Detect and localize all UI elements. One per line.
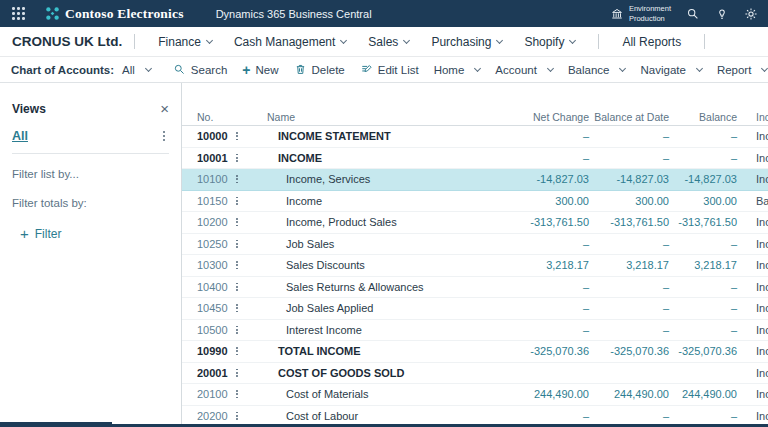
net-change-value[interactable]: -14,827.03 — [457, 173, 589, 185]
row-ellipsis-icon[interactable] — [233, 324, 241, 336]
column-header-net-change[interactable]: Net Change — [457, 111, 589, 123]
net-change-value[interactable]: 3,218.17 — [457, 259, 589, 271]
delete-button[interactable]: Delete — [294, 63, 345, 76]
edit-list-button[interactable]: Edit List — [360, 63, 419, 76]
table-row[interactable]: 10100 Income, Services -14,827.03 -14,82… — [182, 169, 768, 191]
search-icon[interactable] — [686, 7, 700, 21]
search-button[interactable]: Search — [173, 63, 227, 76]
balance-value[interactable]: – — [669, 281, 737, 293]
balance-at-date-value[interactable]: – — [589, 130, 669, 142]
balance-at-date-value[interactable]: – — [589, 152, 669, 164]
balance-at-date-value[interactable]: – — [589, 410, 669, 422]
menu-navigate[interactable]: Navigate — [640, 64, 701, 76]
row-ellipsis-icon[interactable] — [233, 130, 241, 142]
table-row[interactable]: 10990 TOTAL INCOME -325,070.36 -325,070.… — [182, 341, 768, 363]
account-no-link[interactable]: 20100 — [197, 388, 228, 400]
account-no-link[interactable]: 10000 — [197, 130, 228, 142]
nav-item-purchasing[interactable]: Purchasing — [431, 35, 502, 49]
balance-value[interactable]: -313,761.50 — [669, 216, 737, 228]
account-no-link[interactable]: 20200 — [197, 410, 228, 422]
net-change-value[interactable]: – — [457, 302, 589, 314]
row-ellipsis-icon[interactable] — [233, 388, 241, 400]
balance-at-date-value[interactable]: – — [589, 281, 669, 293]
row-ellipsis-icon[interactable] — [233, 238, 241, 250]
balance-at-date-value[interactable]: – — [589, 238, 669, 250]
balance-at-date-value[interactable]: -325,070.36 — [589, 345, 669, 357]
row-ellipsis-icon[interactable] — [233, 152, 241, 164]
account-no-link[interactable]: 20001 — [197, 367, 228, 379]
table-row[interactable]: 10300 Sales Discounts 3,218.17 3,218.17 … — [182, 255, 768, 277]
net-change-value[interactable]: – — [457, 324, 589, 336]
balance-value[interactable]: – — [669, 410, 737, 422]
account-no-link[interactable]: 10990 — [197, 345, 228, 357]
view-all-link[interactable]: All — [12, 129, 28, 143]
balance-at-date-value[interactable]: -14,827.03 — [589, 173, 669, 185]
menu-home[interactable]: Home — [434, 64, 481, 76]
column-header-name[interactable]: Name — [247, 111, 457, 123]
view-selector[interactable]: All — [122, 64, 151, 76]
net-change-value[interactable]: -313,761.50 — [457, 216, 589, 228]
nav-item-cash-management[interactable]: Cash Management — [234, 35, 346, 49]
table-row[interactable]: 10001 INCOME – – – Inc — [182, 148, 768, 170]
balance-at-date-value[interactable]: 300.00 — [589, 195, 669, 207]
net-change-value[interactable]: – — [457, 410, 589, 422]
net-change-value[interactable]: 244,490.00 — [457, 388, 589, 400]
net-change-value[interactable]: -325,070.36 — [457, 345, 589, 357]
row-ellipsis-icon[interactable] — [233, 367, 241, 379]
column-header-income-balance[interactable]: Inc — [737, 111, 768, 123]
account-no-link[interactable]: 10300 — [197, 259, 228, 271]
balance-at-date-value[interactable]: – — [589, 302, 669, 314]
balance-at-date-value[interactable]: 244,490.00 — [589, 388, 669, 400]
balance-at-date-value[interactable]: 3,218.17 — [589, 259, 669, 271]
table-row[interactable]: 20001 COST OF GOODS SOLD Inc — [182, 363, 768, 385]
nav-item-sales[interactable]: Sales — [368, 35, 409, 49]
net-change-value[interactable]: 300.00 — [457, 195, 589, 207]
row-ellipsis-icon[interactable] — [233, 173, 241, 185]
nav-item-all-reports[interactable]: All Reports — [622, 35, 681, 49]
balance-at-date-value[interactable]: -313,761.50 — [589, 216, 669, 228]
account-no-link[interactable]: 10200 — [197, 216, 228, 228]
menu-account[interactable]: Account — [495, 64, 553, 76]
company-name[interactable]: CRONUS UK Ltd. — [12, 34, 122, 49]
balance-at-date-value[interactable]: – — [589, 324, 669, 336]
row-ellipsis-icon[interactable] — [233, 302, 241, 314]
balance-value[interactable]: – — [669, 302, 737, 314]
column-header-no[interactable]: No. — [182, 111, 247, 123]
balance-value[interactable]: – — [669, 152, 737, 164]
menu-balance[interactable]: Balance — [568, 64, 626, 76]
nav-item-finance[interactable]: Finance — [158, 35, 212, 49]
table-row[interactable]: 10000 INCOME STATEMENT – – – Inc — [182, 126, 768, 148]
close-icon[interactable]: × — [160, 101, 169, 116]
nav-item-shopify[interactable]: Shopify — [524, 35, 575, 49]
balance-value[interactable]: – — [669, 130, 737, 142]
table-row[interactable]: 10500 Interest Income – – – Inc — [182, 320, 768, 342]
add-filter-button[interactable]: + Filter — [20, 226, 169, 241]
account-no-link[interactable]: 10400 — [197, 281, 228, 293]
row-ellipsis-icon[interactable] — [233, 195, 241, 207]
row-ellipsis-icon[interactable] — [233, 410, 241, 422]
net-change-value[interactable]: – — [457, 130, 589, 142]
app-launcher-icon[interactable] — [12, 7, 25, 20]
menu-report[interactable]: Report — [717, 64, 768, 76]
balance-value[interactable]: 300.00 — [669, 195, 737, 207]
table-row[interactable]: 10200 Income, Product Sales -313,761.50 … — [182, 212, 768, 234]
table-row[interactable]: 10450 Job Sales Applied – – – Inc — [182, 298, 768, 320]
net-change-value[interactable]: – — [457, 238, 589, 250]
row-ellipsis-icon[interactable] — [233, 216, 241, 228]
balance-value[interactable]: -14,827.03 — [669, 173, 737, 185]
balance-value[interactable]: 3,218.17 — [669, 259, 737, 271]
account-no-link[interactable]: 10500 — [197, 324, 228, 336]
environment-badge[interactable]: Environment Production — [610, 4, 671, 23]
account-no-link[interactable]: 10150 — [197, 195, 228, 207]
gear-icon[interactable] — [744, 7, 758, 21]
lightbulb-icon[interactable] — [715, 7, 729, 21]
table-row[interactable]: 20100 Cost of Materials 244,490.00 244,4… — [182, 384, 768, 406]
balance-value[interactable]: 244,490.00 — [669, 388, 737, 400]
table-row[interactable]: 10400 Sales Returns & Allowances – – – I… — [182, 277, 768, 299]
column-header-balance-at-date[interactable]: Balance at Date — [589, 111, 669, 123]
net-change-value[interactable]: – — [457, 152, 589, 164]
account-no-link[interactable]: 10250 — [197, 238, 228, 250]
table-row[interactable]: 10150 Income 300.00 300.00 300.00 Ba — [182, 191, 768, 213]
balance-value[interactable]: -325,070.36 — [669, 345, 737, 357]
column-header-balance[interactable]: Balance — [669, 111, 737, 123]
